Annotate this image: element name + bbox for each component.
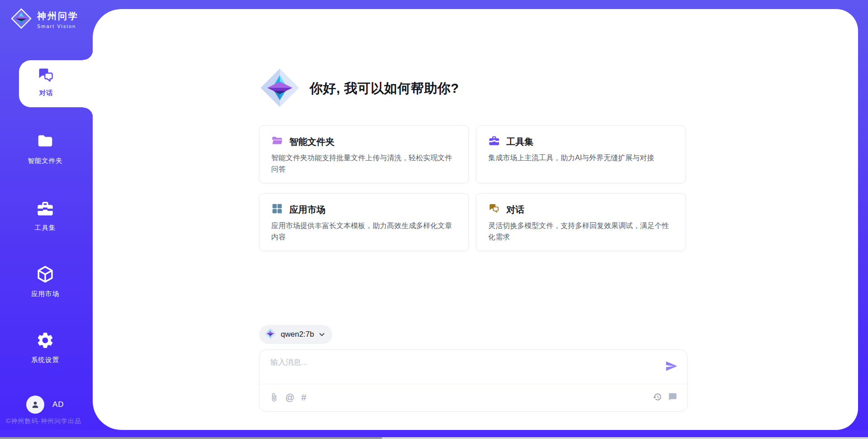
app-window: 神州问学 Smart Vision 对话 智能文件夹: [0, 0, 868, 439]
bottom-strip: [0, 430, 868, 437]
model-selector[interactable]: qwen2:7b: [259, 325, 332, 344]
card-description: 集成市场上主流工具，助力AI与外界无缝扩展与对接: [488, 153, 674, 164]
sidebar-item-toolset[interactable]: 工具集: [14, 200, 77, 232]
card-description: 应用市场提供丰富长文本模板，助力高效生成多样化文章内容: [271, 220, 457, 243]
card-chat[interactable]: 对话 灵活切换多模型文件，支持多样回复效果调试，满足个性化需求: [476, 193, 686, 251]
chat-bubble-button[interactable]: [668, 392, 677, 401]
main-panel: 你好, 我可以如何帮助你? 智能文件夹 智能文件夹功能支持批量文件上传与清洗，轻…: [93, 9, 858, 430]
at-sign-icon: @: [285, 392, 294, 402]
cube-icon: [36, 277, 55, 285]
sidebar-item-settings[interactable]: 系统设置: [14, 331, 77, 364]
user-name: AD: [52, 400, 64, 409]
chevron-down-icon: [319, 331, 325, 338]
sidebar-item-label: 工具集: [14, 224, 77, 232]
sidebar-item-label: 系统设置: [14, 356, 77, 364]
sidebar-item-label: 应用市场: [14, 290, 77, 298]
chat-bubble-icon: [668, 392, 677, 401]
send-button[interactable]: [665, 360, 678, 373]
card-title: 工具集: [506, 136, 533, 148]
history-clock-icon: [653, 392, 662, 401]
greeting-text: 你好, 我可以如何帮助你?: [310, 80, 459, 98]
feature-cards: 智能文件夹 智能文件夹功能支持批量文件上传与清洗，轻松实现文件问答 工具集 集成…: [259, 125, 686, 251]
user-profile[interactable]: AD: [26, 396, 64, 414]
card-description: 智能文件夹功能支持批量文件上传与清洗，轻松实现文件问答: [271, 153, 457, 175]
model-name: qwen2:7b: [281, 330, 314, 339]
card-title: 智能文件夹: [289, 136, 335, 148]
chat-icon: [488, 203, 500, 216]
sidebar-item-chat[interactable]: 对话: [19, 60, 94, 107]
card-title: 应用市场: [289, 204, 326, 216]
card-app-market[interactable]: 应用市场 应用市场提供丰富长文本模板，助力高效生成多样化文章内容: [259, 193, 469, 251]
tab-fillet-top: [83, 50, 93, 60]
taskbar-edge: [0, 437, 868, 439]
paperclip-icon: [269, 393, 278, 402]
copyright-text: ©神州数码·神州问学出品: [6, 417, 81, 425]
sidebar-item-label: 对话: [19, 89, 73, 97]
message-input[interactable]: [270, 357, 650, 381]
tab-fillet-bottom: [83, 107, 93, 117]
brand-logo: 神州问学 Smart Vision: [11, 8, 79, 31]
assistant-diamond-icon: [259, 67, 301, 110]
card-smart-folder[interactable]: 智能文件夹 智能文件夹功能支持批量文件上传与清洗，轻松实现文件问答: [259, 125, 469, 183]
history-button[interactable]: [653, 392, 662, 401]
brand-subtitle: Smart Vision: [37, 24, 79, 29]
sidebar-item-app-market[interactable]: 应用市场: [14, 265, 77, 298]
sidebar-item-smart-folder[interactable]: 智能文件夹: [14, 132, 77, 165]
grid-icon: [271, 203, 283, 216]
folder-icon: [36, 144, 55, 152]
card-description: 灵活切换多模型文件，支持多样回复效果调试，满足个性化需求: [488, 220, 674, 243]
brand-name: 神州问学: [37, 10, 79, 22]
mention-button[interactable]: @: [285, 392, 294, 402]
hash-icon: #: [301, 392, 306, 402]
gear-icon: [36, 344, 55, 351]
sidebar-item-label: 智能文件夹: [14, 157, 77, 165]
greeting: 你好, 我可以如何帮助你?: [259, 67, 459, 110]
attach-file-button[interactable]: [269, 393, 278, 402]
brand-diamond-icon: [11, 8, 32, 31]
topic-button[interactable]: #: [301, 392, 306, 402]
briefcase-icon: [488, 135, 500, 148]
model-diamond-icon: [264, 328, 276, 341]
toolbox-icon: [36, 211, 54, 219]
composer-divider: [259, 384, 687, 384]
folder-open-icon: [271, 135, 283, 148]
avatar: [26, 396, 44, 414]
card-title: 对话: [506, 204, 524, 216]
card-toolset[interactable]: 工具集 集成市场上主流工具，助力AI与外界无缝扩展与对接: [476, 125, 686, 183]
message-composer: @ #: [259, 349, 688, 412]
chat-icon: [37, 78, 55, 86]
